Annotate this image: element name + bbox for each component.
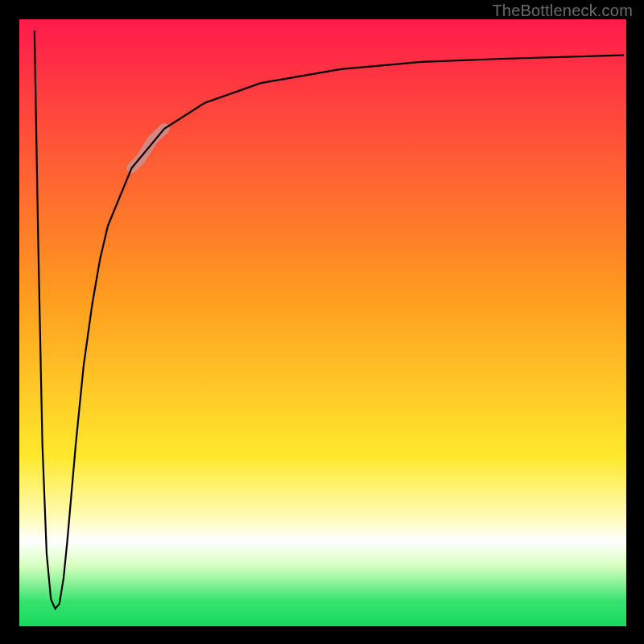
gradient-background bbox=[19, 19, 626, 626]
plot-area bbox=[19, 19, 626, 626]
attribution-text: TheBottleneck.com bbox=[492, 2, 633, 20]
chart-container: TheBottleneck.com bbox=[0, 0, 644, 644]
chart-svg bbox=[19, 19, 626, 626]
